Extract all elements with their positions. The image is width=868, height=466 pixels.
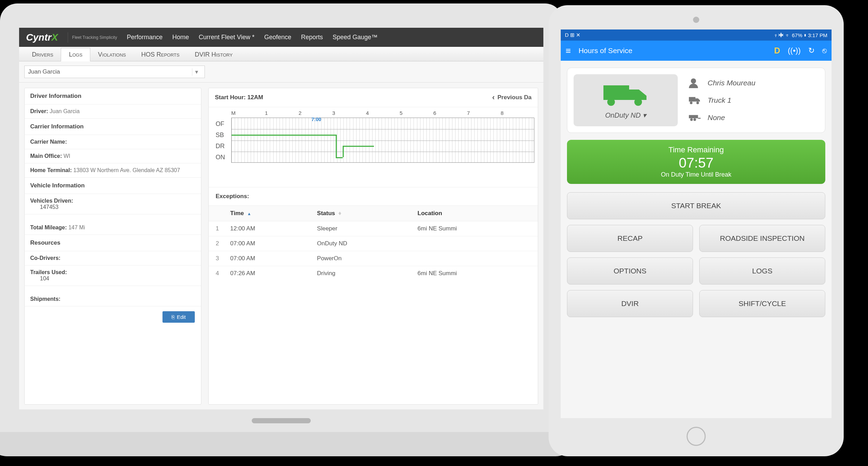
sort-asc-icon: ▲ [247, 211, 251, 216]
driver-select-value: Juan Garcia [28, 68, 60, 75]
nav-current-fleet[interactable]: Current Fleet View * [199, 34, 254, 41]
tab-dvir-history[interactable]: DVIR History [187, 48, 240, 61]
nav-performance[interactable]: Performance [127, 34, 162, 41]
resources-title: Resources [25, 235, 201, 251]
svg-point-5 [690, 102, 693, 104]
start-hour: Start Hour: 12AM [215, 94, 263, 101]
svg-rect-0 [603, 85, 629, 100]
nav-home[interactable]: Home [172, 34, 189, 41]
table-row[interactable]: 407:26 AMDriving6mi NE Summi [209, 266, 538, 281]
time-remaining-sub: On Duty Time Until Break [573, 171, 820, 178]
truck-small-icon [688, 95, 701, 105]
svg-point-6 [696, 102, 699, 104]
total-mileage-row: Total Mileage: 147 Mi [25, 221, 201, 235]
tab-hos-reports[interactable]: HOS Reports [134, 48, 187, 61]
home-terminal-row: Home Terminal: 13803 W Northern Ave. Gle… [25, 163, 201, 178]
table-row[interactable]: 112:00 AMSleeper6mi NE Summi [209, 221, 538, 236]
tab-logs[interactable]: Logs [61, 48, 90, 61]
tab-violations[interactable]: Violations [90, 48, 133, 61]
driver-item: Chris Moureau [688, 74, 819, 92]
col-status[interactable]: Status ♦ [313, 206, 413, 221]
truck-item: Truck 1 [688, 92, 819, 109]
codrivers-row: Co-Drivers: [25, 251, 201, 265]
svg-point-2 [634, 98, 642, 106]
refresh-icon[interactable]: ↻ [808, 46, 815, 55]
trailer-icon [688, 112, 701, 123]
status-left: D ⊞ ✕ [565, 32, 581, 38]
laptop-trackpad-notch [252, 418, 311, 423]
col-time[interactable]: Time ▲ [226, 206, 313, 221]
edit-button[interactable]: ⎘ Edit [162, 311, 195, 323]
svg-point-10 [693, 118, 696, 121]
row-on: ON [216, 154, 225, 161]
log-panel: Start Hour: 12AM ‹ Previous Da M 1 2 3 4… [208, 88, 538, 405]
chevron-down-icon: ▾ [192, 68, 201, 76]
android-status-bar: D ⊞ ✕ ⚲ ✱ ᯤ 67% ▮ 3:17 PM [561, 29, 832, 41]
time-marker: 7:00 [311, 117, 321, 122]
time-remaining-card[interactable]: Time Remaining 07:57 On Duty Time Until … [567, 140, 825, 184]
filter-bar: Juan Garcia ▾ [19, 61, 543, 83]
carrier-info-title: Carrier Information [25, 119, 201, 135]
table-row[interactable]: 207:00 AMOnDuty ND [209, 236, 538, 251]
previous-day-link[interactable]: ‹ Previous Da [492, 93, 532, 102]
svg-rect-4 [689, 97, 695, 102]
sub-tabs: Drivers Logs Violations HOS Reports DVIR… [19, 47, 543, 61]
vehicle-status-tile[interactable]: OnDuty ND ▾ [574, 74, 678, 126]
laptop-frame: CyntrX Fleet Tracking Simplicity Perform… [0, 3, 562, 435]
chevron-left-icon: ‹ [492, 93, 494, 102]
menu-icon[interactable]: ≡ [566, 45, 571, 56]
brand-logo: CyntrX [26, 32, 58, 43]
top-nav: CyntrX Fleet Tracking Simplicity Perform… [19, 28, 543, 47]
roadside-inspection-button[interactable]: ROADSIDE INSPECTION [699, 225, 825, 252]
d-badge[interactable]: D [774, 46, 780, 56]
shift-cycle-button[interactable]: SHIFT/CYCLE [699, 290, 825, 317]
tablet-frame: D ⊞ ✕ ⚲ ✱ ᯤ 67% ▮ 3:17 PM ≡ Hours of Ser… [549, 5, 844, 456]
shipments-row: Shipments: [25, 292, 201, 306]
row-sb: SB [216, 132, 224, 139]
driver-info-panel: Driver Information Driver: Juan Garcia C… [24, 88, 201, 405]
vehicle-info-title: Vehicle Information [25, 178, 201, 194]
person-icon [688, 78, 701, 88]
tablet-home-button[interactable] [687, 427, 706, 446]
log-header: Start Hour: 12AM ‹ Previous Da [209, 88, 538, 107]
nav-speed-gauge[interactable]: Speed Gauge™ [333, 34, 377, 41]
app-title: Hours of Service [578, 46, 632, 55]
table-row[interactable]: 307:00 AMPowerOn [209, 251, 538, 266]
row-dr: DR [216, 143, 225, 150]
logs-button[interactable]: LOGS [699, 257, 825, 285]
driver-select[interactable]: Juan Garcia ▾ [24, 66, 205, 78]
info-card: OnDuty ND ▾ Chris Moureau Truck 1 [567, 68, 825, 133]
vehicles-driven-row: Vehicles Driven:147453 [25, 194, 201, 214]
nav-reports[interactable]: Reports [301, 34, 323, 41]
time-remaining-label: Time Remaining [573, 145, 820, 154]
dvir-button[interactable]: DVIR [567, 290, 693, 317]
driver-info-title: Driver Information [25, 88, 201, 104]
vehicle-status-text: OnDuty ND [605, 111, 641, 119]
tablet-camera [693, 17, 699, 23]
broadcast-icon[interactable]: ((•)) [788, 46, 801, 55]
truck-icon [601, 81, 650, 109]
row-of: OF [216, 120, 224, 128]
status-right: ⚲ ✱ ᯤ 67% ▮ 3:17 PM [774, 32, 827, 38]
options-button[interactable]: OPTIONS [567, 257, 693, 285]
tab-drivers[interactable]: Drivers [24, 48, 61, 61]
time-remaining-value: 07:57 [573, 154, 820, 171]
chevron-down-icon: ▾ [643, 111, 646, 119]
logout-icon[interactable]: ⎋ [822, 46, 827, 55]
carrier-name-row: Carrier Name: [25, 135, 201, 149]
content-area: Driver Information Driver: Juan Garcia C… [19, 83, 543, 409]
svg-rect-7 [689, 115, 698, 118]
trailer-item: None [688, 109, 819, 126]
brand-tagline: Fleet Tracking Simplicity [68, 32, 117, 43]
svg-point-1 [607, 98, 615, 106]
svg-point-3 [691, 78, 696, 84]
app-header: ≡ Hours of Service D ((•)) ↻ ⎋ [561, 41, 832, 61]
recap-button[interactable]: RECAP [567, 225, 693, 252]
main-office-row: Main Office: WI [25, 149, 201, 163]
nav-geofence[interactable]: Geofence [264, 34, 291, 41]
eld-graph: M 1 2 3 4 5 6 7 8 OF SB DR ON [209, 107, 538, 187]
start-break-button[interactable]: START BREAK [567, 192, 825, 219]
log-table: Time ▲ Status ♦ Location 112:00 AMSleepe… [209, 206, 538, 281]
laptop-base [0, 432, 576, 456]
col-location[interactable]: Location [414, 206, 538, 221]
